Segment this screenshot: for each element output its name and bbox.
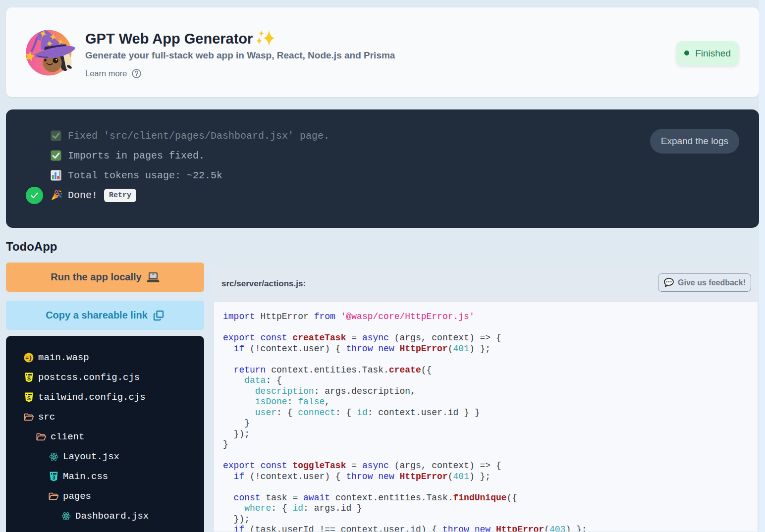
svg-text:3: 3 [52,475,55,480]
svg-text:=}: =} [25,355,32,361]
svg-text:S: S [27,375,30,381]
svg-text:S: S [27,395,30,401]
